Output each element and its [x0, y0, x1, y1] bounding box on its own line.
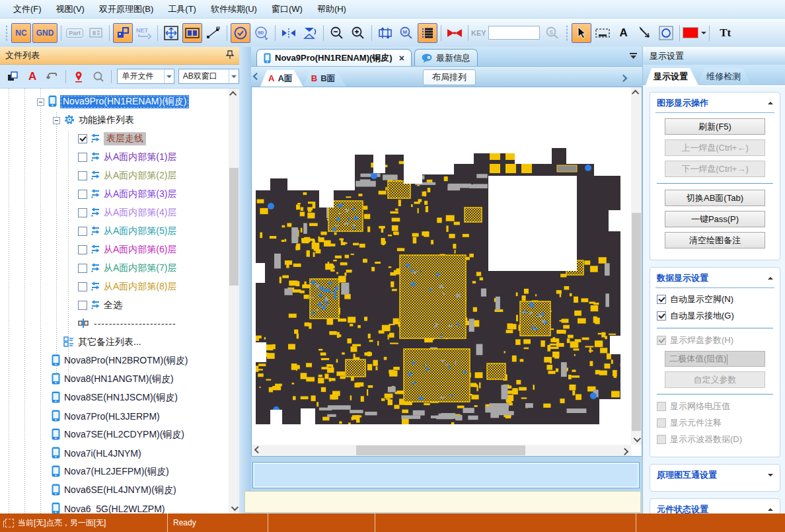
graphic-op-button-1[interactable]: 上一焊盘(Ctrl+←) — [665, 139, 765, 156]
data-check-0[interactable]: 自动显示空脚(N) — [657, 293, 773, 305]
tab-side-a[interactable]: A A面 — [260, 70, 303, 87]
tree-file-1[interactable]: Nova8(HN1ANGTM)(铜皮) — [0, 370, 229, 389]
gnd-toggle-button[interactable]: GND — [32, 23, 57, 43]
checkbox[interactable] — [657, 402, 666, 411]
tree-node-function-list[interactable]: 功能操作列表 — [0, 111, 229, 130]
text-annotation-button[interactable]: A — [614, 23, 634, 43]
menu-item-4[interactable]: 软件续期(U) — [204, 1, 264, 18]
checkbox[interactable] — [657, 336, 666, 345]
open-mode-select[interactable]: 单开文件 — [117, 69, 174, 84]
data-check-1[interactable]: 自动显示接地(G) — [657, 310, 773, 322]
tree-layer-0[interactable]: 表层走线 — [0, 130, 229, 148]
checkbox[interactable] — [657, 311, 666, 321]
tree-scrollbar[interactable] — [229, 89, 239, 513]
graphic-op-button-6[interactable]: 清空绘图备注 — [665, 232, 765, 248]
tree-node-other-notes[interactable]: 其它备注列表... — [0, 333, 229, 352]
group-graphic-ops-header[interactable]: 图形显示操作 — [655, 95, 774, 113]
layer-checkbox[interactable] — [78, 208, 87, 217]
canvas-vscroll-thumb[interactable] — [632, 213, 641, 431]
rotate-90-button[interactable]: 90 — [252, 23, 272, 43]
tree-layer-7[interactable]: 从A面内部第(7)层 — [0, 259, 229, 278]
draw-line-button[interactable] — [635, 23, 655, 43]
graphic-op-button-4[interactable]: 切换AB面(Tab) — [665, 190, 765, 206]
find-component-button[interactable]: M — [396, 23, 416, 43]
collapse-icon[interactable] — [768, 274, 773, 280]
tree-file-4[interactable]: Nova7SE(HL2CDYPM)(铜皮) — [0, 426, 229, 444]
tree-layer-6[interactable]: 从A面内部第(6)层 — [0, 241, 229, 259]
jumper-wire-button[interactable] — [445, 23, 465, 43]
tree-layer-4[interactable]: 从A面内部第(4)层 — [0, 204, 229, 222]
group-data-display-header[interactable]: 数据显示设置 — [655, 270, 774, 288]
custom-param-button[interactable]: 自定义参数 — [665, 371, 765, 388]
canvas-vertical-scrollbar[interactable] — [631, 87, 642, 445]
menu-item-2[interactable]: 双开原理图(B) — [93, 1, 160, 18]
tab-scroll-right-icon[interactable] — [620, 70, 629, 85]
swap-layer-button[interactable] — [375, 23, 395, 43]
layer-checkbox[interactable] — [78, 301, 87, 310]
data-check2-2[interactable]: 显示示波器数据(D) — [657, 434, 773, 445]
layer-checkbox[interactable] — [78, 171, 87, 180]
collapse-icon[interactable] — [768, 99, 773, 104]
pad-param-check[interactable]: 显示焊盘参数(H) — [657, 334, 773, 346]
collapse-icon[interactable] — [768, 506, 773, 511]
select-cursor-button[interactable] — [572, 23, 591, 43]
pcb-board-drawing[interactable] — [256, 144, 620, 424]
group-component-state-header[interactable]: 元件状态设置 — [655, 502, 774, 513]
graphic-op-button-2[interactable]: 下一焊盘(Ctrl+→) — [665, 161, 765, 177]
color-picker[interactable] — [683, 27, 706, 38]
collapse-icon[interactable] — [53, 117, 60, 124]
text-style-button[interactable]: Tt — [713, 23, 738, 43]
window-mode-select[interactable]: AB双窗口 — [178, 69, 239, 84]
dual-window-button[interactable] — [113, 23, 133, 43]
pcb-viewport[interactable] — [252, 87, 631, 445]
check-pass-button[interactable] — [231, 23, 250, 43]
part-button[interactable]: Part — [65, 23, 85, 43]
layer-checkbox[interactable] — [78, 245, 87, 254]
expand-icon[interactable] — [768, 474, 773, 479]
tree-layer-2[interactable]: 从A面内部第(2)层 — [0, 167, 229, 185]
tree-file-8[interactable]: Nova6_5G(HL2WLZPM) — [0, 500, 229, 513]
search-key-button[interactable]: S — [542, 23, 562, 43]
tab-scroll-left-icon[interactable] — [251, 70, 260, 85]
layer-checkbox[interactable] — [78, 227, 87, 236]
data-check2-0[interactable]: 显示网络电压值 — [657, 400, 773, 412]
tab-side-b[interactable]: B B面 — [303, 70, 346, 87]
location-pin-icon[interactable] — [71, 69, 87, 85]
layers-icon[interactable] — [5, 69, 21, 85]
tab-display-settings[interactable]: 显示设置 — [646, 68, 698, 85]
layer-checkbox[interactable] — [78, 264, 87, 273]
net-button[interactable]: NET — [134, 23, 154, 43]
tab-nova9pro[interactable]: Nova9Pro(HN1RENAM)(铜皮) × — [256, 49, 412, 66]
pcb-canvas[interactable] — [251, 87, 642, 457]
tab-repair-detect[interactable]: 维修检测 — [698, 68, 751, 85]
flip-vertical-button[interactable] — [300, 23, 320, 43]
marquee-note-button[interactable] — [593, 23, 613, 43]
menu-item-1[interactable]: 视图(V) — [50, 1, 91, 18]
canvas-scroll-down-icon[interactable] — [631, 434, 642, 445]
tree-layer-9[interactable]: 全选 — [0, 296, 229, 315]
scroll-up-icon[interactable] — [229, 89, 239, 99]
graphic-op-button-5[interactable]: 一键Pass(P) — [665, 211, 765, 227]
draw-ellipse-button[interactable] — [656, 23, 676, 43]
highlight-a-icon[interactable]: A — [25, 69, 41, 85]
tab-latest-news[interactable]: 最新信息 — [414, 49, 478, 66]
panel-splitter[interactable] — [239, 47, 251, 513]
layer-checkbox[interactable] — [78, 282, 87, 291]
tree-scroll-thumb[interactable] — [229, 168, 239, 285]
layer-checkbox[interactable] — [78, 153, 87, 162]
param-type-select[interactable]: 二极体值(阻值) — [665, 351, 765, 367]
zoom-out-button[interactable] — [327, 23, 347, 43]
layer-checkbox[interactable] — [78, 134, 87, 143]
menu-item-5[interactable]: 窗口(W) — [265, 1, 309, 18]
list-view-button[interactable] — [418, 23, 437, 43]
canvas-scroll-right-icon[interactable] — [620, 445, 631, 456]
fit-view-button[interactable] — [161, 23, 181, 43]
collapse-icon[interactable] — [37, 98, 44, 106]
zoom-in-button[interactable] — [348, 23, 368, 43]
search-icon[interactable] — [91, 69, 106, 85]
tree-separator-row[interactable]: ---------------------- — [0, 315, 229, 333]
scroll-down-icon[interactable] — [229, 503, 239, 513]
checkbox[interactable] — [657, 435, 666, 444]
close-tab-icon[interactable]: × — [399, 53, 404, 63]
tab-list-dropdown-icon[interactable] — [630, 51, 637, 61]
